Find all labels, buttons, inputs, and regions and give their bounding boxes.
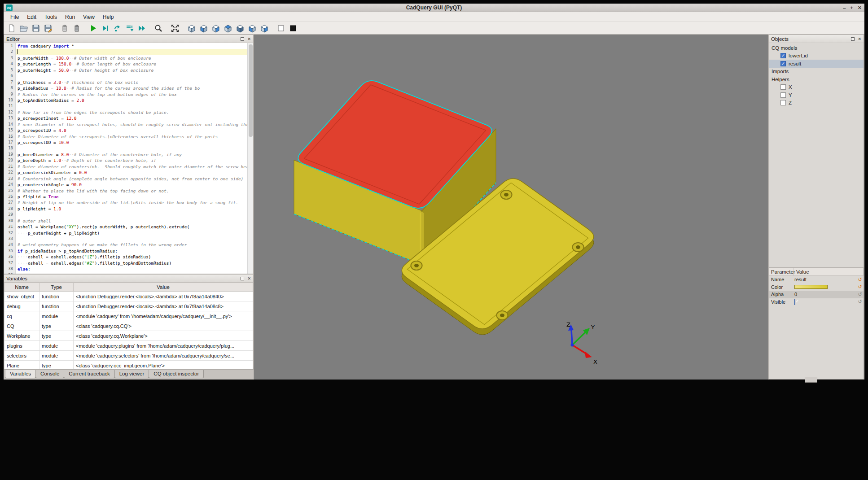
variables-close-icon[interactable]: ✕ (247, 276, 251, 281)
editor-float-icon[interactable] (241, 37, 244, 41)
menu-run[interactable]: Run (61, 13, 79, 21)
editor-line-37[interactable]: 37····oshell = oshell.edges("#Z").fillet… (4, 260, 247, 266)
property-row-color[interactable]: Color↺ (769, 284, 864, 291)
bg-white-button[interactable] (275, 22, 286, 34)
editor-line-20[interactable]: 20p_boreDepth = 1.0··# Depth of the coun… (4, 157, 247, 163)
editor-line-39[interactable]: 39····oshell = oshell.edges("#Z").fillet… (4, 272, 247, 274)
menu-view[interactable]: View (79, 13, 99, 21)
editor-line-7[interactable]: 7p_thickness = 3.0··# Thickness of the b… (4, 79, 247, 85)
editor-line-13[interactable]: 13p_screwpostInset = 12.0 (4, 115, 247, 121)
zoom-button[interactable] (153, 22, 164, 34)
variable-row-selectors[interactable]: selectorsmodule<module 'cadquery.selecto… (4, 351, 253, 361)
editor-line-26[interactable]: 26p_flipLid = True (4, 194, 247, 200)
checkbox-z[interactable] (780, 100, 786, 105)
editor-line-9[interactable]: 9# Radius for the curves on the top and … (4, 92, 247, 97)
color-swatch[interactable] (794, 285, 828, 289)
open-file-button[interactable] (18, 22, 29, 34)
variable-row-debug[interactable]: debugfunction<function Debugger.render.<… (4, 301, 253, 311)
view-bottom-button[interactable] (234, 22, 245, 34)
menu-edit[interactable]: Edit (23, 13, 40, 21)
editor-line-33[interactable]: 33 (4, 236, 247, 242)
reset-name-button[interactable]: ↺ (856, 277, 864, 282)
editor-line-2[interactable]: 2 (4, 49, 247, 55)
continue-button[interactable] (136, 22, 147, 34)
editor-line-28[interactable]: 28p_lipHeight = 1.0 (4, 206, 247, 212)
editor-line-14[interactable]: 14# nner Diameter of the screwpost holes… (4, 122, 247, 127)
editor-line-32[interactable]: 32····p_outerHeight + p_lipHeight) (4, 230, 247, 236)
editor-line-21[interactable]: 21# Outer diameter of countersink. Shoul… (4, 164, 247, 170)
editor-line-8[interactable]: 8p_sideRadius = 10.0··# Radius for the c… (4, 85, 247, 91)
tab-current-traceback[interactable]: Current traceback (64, 370, 114, 378)
view-iso-button[interactable] (186, 22, 197, 34)
tree-group-cq-models[interactable]: CQ models (769, 44, 864, 52)
variables-float-icon[interactable] (241, 277, 244, 280)
view-front-button[interactable] (198, 22, 209, 34)
tree-item-result[interactable]: result (769, 60, 864, 68)
minimize-button[interactable]: – (843, 5, 846, 10)
menu-file[interactable]: File (6, 13, 23, 21)
save-as-button[interactable] (42, 22, 53, 34)
editor-line-1[interactable]: 1from cadquery import * (4, 43, 247, 49)
step-into-button[interactable] (124, 22, 135, 34)
editor-scrollbar-thumb[interactable] (249, 44, 253, 137)
editor-scrollbar[interactable] (247, 43, 253, 274)
variable-row-show-object[interactable]: show_objectfunction<function Debugger.re… (4, 292, 253, 301)
tree-item-z[interactable]: Z (769, 99, 864, 107)
render-button[interactable] (88, 22, 99, 34)
debug-button[interactable] (100, 22, 111, 34)
visible-checkbox[interactable] (794, 299, 795, 305)
tab-log-viewer[interactable]: Log viewer (114, 370, 149, 378)
tree-item-lowerlid[interactable]: lowerLid (769, 52, 864, 60)
editor-line-24[interactable]: 24p_countersinkAngle = 90.0 (4, 182, 247, 188)
menu-tools[interactable]: Tools (40, 13, 61, 21)
variables-col-type[interactable]: Type (39, 283, 74, 292)
tree-group-imports[interactable]: Imports (769, 68, 864, 76)
tab-console[interactable]: Console (35, 370, 64, 378)
variable-row-workplane[interactable]: Workplanetype<class 'cadquery.cq.Workpla… (4, 331, 253, 341)
close-button[interactable]: ✕ (858, 5, 862, 10)
editor-line-19[interactable]: 19p_boreDiameter = 8.0··# Diameter of th… (4, 152, 247, 157)
editor-line-30[interactable]: 30# outer shell (4, 218, 247, 224)
fit-all-button[interactable] (169, 22, 180, 34)
checkbox-y[interactable] (780, 92, 786, 98)
property-row-alpha[interactable]: Alpha0↺ (769, 291, 864, 298)
objects-float-icon[interactable] (851, 37, 855, 41)
tree-item-x[interactable]: X (769, 83, 864, 92)
variable-row-plugins[interactable]: pluginsmodule<module 'cadquery.plugins' … (4, 341, 253, 351)
viewport[interactable]: Z Y X (254, 35, 768, 380)
variable-row-cq[interactable]: CQtype<class 'cadquery.cq.CQ'> (4, 321, 253, 331)
editor-line-22[interactable]: 22p_countersinkDiameter = 0.0 (4, 170, 247, 175)
checkbox-x[interactable] (780, 84, 786, 90)
checkbox-lowerlid[interactable] (780, 53, 786, 58)
editor-line-15[interactable]: 15p_screwpostID = 4.0 (4, 127, 247, 133)
tree-group-helpers[interactable]: Helpers (769, 75, 864, 83)
reset-color-button[interactable]: ↺ (856, 284, 864, 289)
variables-col-name[interactable]: Name (4, 283, 39, 292)
checkbox-result[interactable] (780, 61, 786, 66)
editor-line-3[interactable]: 3p_outerWidth = 100.0··# Outer width of … (4, 55, 247, 61)
clear-button[interactable] (59, 22, 70, 34)
tab-cq-object-inspector[interactable]: CQ object inspector (149, 370, 204, 378)
view-right-button[interactable] (259, 22, 270, 34)
view-back-button[interactable] (210, 22, 221, 34)
editor-line-23[interactable]: 23# Countersink angle (complete angle be… (4, 176, 247, 182)
editor-line-31[interactable]: 31oshell = Workplane("XY").rect(p_outerW… (4, 224, 247, 230)
editor-close-icon[interactable]: ✕ (247, 37, 251, 41)
variables-col-value[interactable]: Value (74, 283, 253, 292)
editor-line-4[interactable]: 4p_outerLength = 150.0··# Outer length o… (4, 61, 247, 67)
reset-visible-button[interactable]: ↺ (856, 299, 864, 304)
objects-close-icon[interactable]: ✕ (858, 37, 861, 41)
new-file-button[interactable] (6, 22, 17, 34)
reset-alpha-button[interactable]: ↺ (856, 292, 864, 297)
tree-item-y[interactable]: Y (769, 91, 864, 99)
editor-line-6[interactable]: 6 (4, 73, 247, 79)
editor-line-17[interactable]: 17p_screwpostOD = 10.0 (4, 140, 247, 145)
editor-line-18[interactable]: 18 (4, 145, 247, 151)
editor-line-34[interactable]: 34# weird geometry happens if we make th… (4, 242, 247, 248)
editor-line-10[interactable]: 10p_topAndBottomRadius = 2.0 (4, 97, 247, 103)
editor-line-35[interactable]: 35if p_sideRadius > p_topAndBottomRadius… (4, 248, 247, 254)
step-button[interactable] (112, 22, 123, 34)
maximize-button[interactable]: + (850, 5, 853, 10)
editor-code[interactable]: 1from cadquery import *23p_outerWidth = … (4, 43, 247, 274)
menu-help[interactable]: Help (99, 13, 118, 21)
